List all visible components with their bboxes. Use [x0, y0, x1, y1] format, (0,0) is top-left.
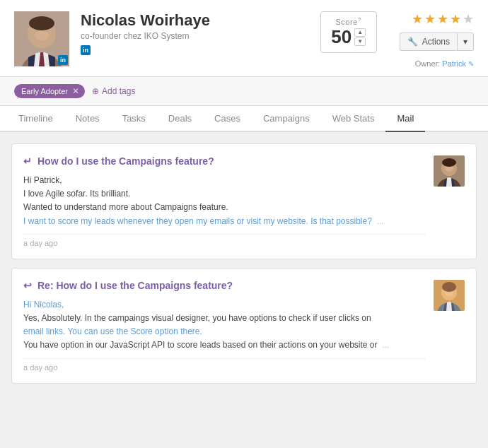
- tab-mail[interactable]: Mail: [385, 106, 425, 132]
- actions-label: Actions: [422, 37, 450, 47]
- email-line-1-4: I want to score my leads whenever they o…: [23, 215, 425, 228]
- profile-header: in Nicolas Woirhaye co-founder chez IKO …: [0, 0, 488, 77]
- profile-info: Nicolas Woirhaye co-founder chez IKO Sys…: [81, 11, 309, 55]
- email-text-1: Hi Patrick, I love Agile sofar. Its bril…: [23, 174, 425, 228]
- owner-label: Owner:: [415, 59, 440, 68]
- email-line-1-3: Wanted to understand more about Campaign…: [23, 201, 425, 214]
- tab-timeline[interactable]: Timeline: [7, 106, 64, 132]
- owner-row: Owner: Patrick ✎: [415, 59, 474, 68]
- email-subject-1: ↵ How do I use the Campaigns feature?: [23, 155, 425, 167]
- reply-icon-1: ↵: [23, 155, 32, 167]
- email-line-2-2: Yes, Absolutely. In the campaings visual…: [23, 312, 425, 325]
- add-tag-label: Add tags: [102, 86, 135, 96]
- tab-deals[interactable]: Deals: [157, 106, 203, 132]
- email-line-2-3: email links. You can use the Score optio…: [23, 325, 425, 338]
- profile-title: co-founder chez IKO System: [81, 31, 309, 41]
- header-right: ★ ★ ★ ★ ★ 🔧 Actions ▾ Owner: Patrick ✎: [400, 11, 474, 68]
- tags-area: Early Adopter ✕ ⊕ Add tags: [0, 77, 488, 106]
- linkedin-badge: in: [58, 55, 68, 65]
- email-highlight-2-3: email links. You can use the Score optio…: [23, 326, 202, 336]
- score-down-button[interactable]: ▼: [354, 37, 366, 46]
- actions-dropdown-button[interactable]: ▾: [457, 33, 474, 51]
- tab-campaigns[interactable]: Campaigns: [252, 106, 321, 132]
- plus-icon: ⊕: [92, 86, 99, 96]
- more-link-1[interactable]: ...: [377, 217, 383, 225]
- email-body-2: ↩ Re: How do I use the Campaigns feature…: [23, 280, 425, 372]
- email-time-2: a day ago: [23, 358, 425, 372]
- score-up-button[interactable]: ▲: [354, 28, 366, 37]
- svg-point-4: [29, 16, 54, 30]
- wrench-icon: 🔧: [407, 37, 418, 47]
- email-avatar-1: [434, 155, 465, 187]
- email-body-1: ↵ How do I use the Campaigns feature? Hi…: [23, 155, 425, 247]
- tab-tasks[interactable]: Tasks: [111, 106, 157, 132]
- main-content: ↵ How do I use the Campaigns feature? Hi…: [0, 132, 488, 395]
- actions-main-button[interactable]: 🔧 Actions: [400, 33, 457, 51]
- tab-webstats[interactable]: Web Stats: [321, 106, 386, 132]
- add-tag-button[interactable]: ⊕ Add tags: [92, 86, 135, 96]
- email-line-1-1: Hi Patrick,: [23, 174, 425, 187]
- email-subject-text-2: Re: How do I use the Campaigns feature?: [37, 280, 233, 291]
- email-line-2-1: Hi Nicolas,: [23, 298, 425, 312]
- email-line-2-4: You have option in our JavaScript API to…: [23, 338, 425, 352]
- email-highlight-2-1: Hi Nicolas,: [23, 300, 64, 310]
- owner-link[interactable]: Patrick: [442, 59, 466, 68]
- star-3[interactable]: ★: [437, 11, 448, 27]
- email-card-2: ↩ Re: How do I use the Campaigns feature…: [11, 268, 477, 384]
- star-4[interactable]: ★: [450, 11, 461, 27]
- linkedin-icon[interactable]: in: [81, 45, 91, 55]
- email-time-1: a day ago: [23, 234, 425, 247]
- svg-point-3: [35, 30, 49, 40]
- tag-remove-button[interactable]: ✕: [72, 86, 79, 96]
- email-subject-text-1: How do I use the Campaigns feature?: [37, 155, 214, 167]
- profile-name: Nicolas Woirhaye: [81, 11, 309, 30]
- score-number: 50: [331, 26, 352, 48]
- email-subject-2: ↩ Re: How do I use the Campaigns feature…: [23, 280, 425, 291]
- star-1[interactable]: ★: [412, 11, 423, 27]
- score-arrows: ▲ ▼: [354, 28, 366, 46]
- edit-icon[interactable]: ✎: [468, 60, 474, 68]
- email-avatar-2: [434, 280, 465, 311]
- stars-row: ★ ★ ★ ★ ★: [412, 11, 474, 27]
- email-card-1: ↵ How do I use the Campaigns feature? Hi…: [11, 143, 477, 259]
- star-5[interactable]: ★: [463, 11, 474, 27]
- star-2[interactable]: ★: [424, 11, 436, 27]
- tab-cases[interactable]: Cases: [203, 106, 252, 132]
- actions-button-group: 🔧 Actions ▾: [400, 33, 474, 51]
- score-label: Score?: [336, 16, 361, 26]
- nav-tabs: Timeline Notes Tasks Deals Cases Campaig…: [0, 106, 488, 132]
- email-highlight-1: I want to score my leads whenever they o…: [23, 216, 372, 226]
- svg-point-13: [442, 282, 456, 292]
- email-text-2: Hi Nicolas, Yes, Absolutely. In the camp…: [23, 298, 425, 353]
- score-box: Score? 50 ▲ ▼: [320, 11, 377, 53]
- svg-point-8: [442, 158, 456, 167]
- tag-early-adopter: Early Adopter ✕: [14, 84, 85, 98]
- avatar-wrap: in: [14, 11, 69, 66]
- more-link-2[interactable]: ...: [383, 341, 389, 349]
- reply-icon-2: ↩: [23, 280, 32, 291]
- tab-notes[interactable]: Notes: [64, 106, 111, 132]
- score-value-row: 50 ▲ ▼: [331, 26, 366, 48]
- tag-label: Early Adopter: [21, 87, 68, 95]
- email-line-1-2: I love Agile sofar. Its brilliant.: [23, 187, 425, 201]
